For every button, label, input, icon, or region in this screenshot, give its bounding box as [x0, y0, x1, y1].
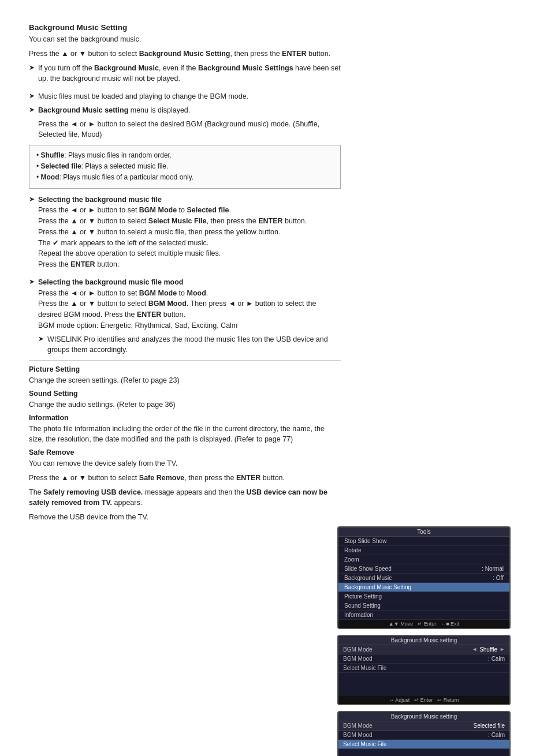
- bgm-selecting-text: Selecting the background music file Pres…: [38, 194, 307, 270]
- bgm-mode-instruction: Press the ◄ or ► button to select the de…: [38, 119, 341, 141]
- bgm-shuffle-left-arrow: ◄: [472, 646, 477, 652]
- picture-setting-title: Picture Setting: [29, 365, 341, 373]
- tools-item-bgm-setting-label: Background Music Setting: [344, 584, 411, 590]
- sound-setting-section: Sound Setting Change the audio settings.…: [29, 390, 341, 410]
- tools-item-zoom: Zoom: [338, 555, 509, 564]
- bgm-section-title: Background Music Setting: [29, 23, 341, 32]
- tools-panel-title: Tools: [338, 527, 509, 537]
- arrow-sym-3: ➤: [29, 106, 35, 114]
- tools-item-info-label: Information: [344, 612, 373, 618]
- bgm-note2-item: ➤ Music files must be loaded and playing…: [29, 91, 341, 102]
- bgm-selecting-section: ➤ Selecting the background music file Pr…: [29, 194, 341, 270]
- bgm-selected-mood-label: BGM Mood: [343, 732, 373, 738]
- bgm-mood-text: Selecting the background music file mood…: [38, 277, 341, 331]
- tools-item-bgm-setting: Background Music Setting: [338, 583, 509, 592]
- bgm-selected-panel: Background Music setting BGM Mode Select…: [337, 711, 511, 756]
- arrow-sym-1: ➤: [29, 63, 35, 72]
- bgm-shuffle-mode-label: BGM Mode: [343, 646, 373, 653]
- bgm-shuffle-footer-enter: ↵ Enter: [414, 697, 433, 703]
- bgm-section: Background Music Setting You can set the…: [29, 23, 341, 84]
- bgm-shuffle-mode-value: ◄ Shuffle ►: [472, 646, 505, 653]
- safe-remove-title: Safe Remove: [29, 448, 341, 456]
- tools-item-rotate: Rotate: [338, 546, 509, 555]
- information-desc: The photo file information including the…: [29, 424, 341, 446]
- bgm-intro: You can set the background music.: [29, 34, 341, 45]
- arrow-sym-2: ➤: [29, 92, 35, 100]
- bgm-wiselink-text: WISELINK Pro identifies and analyzes the…: [47, 334, 341, 356]
- tools-item-sound: Sound Setting: [338, 601, 509, 611]
- bgm-shuffle-mood-value: : Calm: [488, 656, 505, 662]
- bgm-shuffle-mood-row: BGM Mood : Calm: [338, 654, 509, 664]
- tools-footer-enter: ↵ Enter: [418, 621, 436, 627]
- bgm-selected-title: Background Music setting: [338, 712, 509, 721]
- information-title: Information: [29, 414, 341, 422]
- tools-footer-move: ▲▼ Move: [389, 621, 413, 627]
- divider-1: [29, 360, 341, 361]
- tools-item-stop: Stop Slide Show: [338, 537, 509, 546]
- left-column: Background Music Setting You can set the…: [29, 23, 352, 526]
- bgm-shuffle-mode-row: BGM Mode ◄ Shuffle ►: [338, 645, 509, 654]
- information-section: Information The photo file information i…: [29, 414, 341, 446]
- arrow-sym-5: ➤: [29, 278, 35, 286]
- bgm-shuffle-right-arrow: ►: [500, 646, 505, 652]
- bgm-selected-mood-value: : Calm: [488, 732, 505, 738]
- picture-setting-desc: Change the screen settings. (Refer to pa…: [29, 375, 341, 386]
- tools-item-picture-label: Picture Setting: [344, 593, 382, 600]
- tools-item-stop-label: Stop Slide Show: [344, 538, 386, 544]
- bgm-mood-section: ➤ Selecting the background music file mo…: [29, 277, 341, 355]
- bgm-note1-text: If you turn off the Background Music, ev…: [38, 63, 341, 85]
- picture-setting-section: Picture Setting Change the screen settin…: [29, 365, 341, 386]
- safe-remove-desc3: The Safely removing USB device. message …: [29, 487, 341, 509]
- page-container: Background Music Setting You can set the…: [0, 0, 551, 756]
- tools-item-speed-value: : Normal: [482, 566, 504, 572]
- tools-item-bgm-label: Background Music: [344, 575, 392, 581]
- bgm-selected-mode-value: Selected file: [474, 723, 505, 729]
- bgm-shuffle-mode-text: Shuffle: [479, 646, 497, 653]
- bgm-selected-mood-row: BGM Mood : Calm: [338, 731, 509, 740]
- bgm-shuffle-footer-adjust: ↔ Adjust: [389, 697, 409, 703]
- bullet-shuffle: • Shuffle: Plays music files in random o…: [36, 150, 333, 161]
- bullet-mood: • Mood: Plays music files of a particula…: [36, 172, 333, 183]
- bgm-shuffle-footer: ↔ Adjust ↵ Enter ↩ Return: [338, 696, 509, 704]
- tools-item-zoom-label: Zoom: [344, 556, 359, 563]
- bgm-shuffle-content: [338, 673, 509, 696]
- bgm-mood-item: ➤ Selecting the background music file mo…: [29, 277, 341, 331]
- bgm-selected-content: [338, 749, 509, 756]
- arrow-sym-4: ➤: [29, 195, 35, 203]
- tools-item-rotate-label: Rotate: [344, 547, 361, 553]
- tools-item-bgm-value: : Off: [493, 575, 504, 581]
- tools-footer: ▲▼ Move ↵ Enter ←■ Exit: [338, 620, 509, 628]
- tools-item-picture: Picture Setting: [338, 592, 509, 601]
- right-column: Tools Stop Slide Show Rotate Zoom Slide …: [337, 526, 522, 756]
- arrow-sym-6: ➤: [38, 335, 44, 343]
- bgm-press-instruction: Press the ▲ or ▼ button to select Backgr…: [29, 48, 341, 59]
- bgm-selected-mode-label: BGM Mode: [343, 723, 373, 729]
- sound-setting-title: Sound Setting: [29, 390, 341, 398]
- bgm-selected-mode-row: BGM Mode Selected file: [338, 721, 509, 731]
- bgm-shuffle-footer-return: ↩ Return: [437, 697, 459, 703]
- bgm-section2: ➤ Music files must be loaded and playing…: [29, 91, 341, 189]
- sound-setting-desc: Change the audio settings. (Refer to pag…: [29, 399, 341, 410]
- bgm-selected-select-label: Select Music File: [343, 741, 387, 747]
- bullet-selected: • Selected file: Plays a selected music …: [36, 161, 333, 172]
- tools-footer-exit: ←■ Exit: [441, 621, 459, 627]
- bgm-note2-text: Music files must be loaded and playing t…: [38, 91, 248, 102]
- bgm-selected-select-row: Select Music File: [338, 740, 509, 749]
- tools-item-speed: Slide Show Speed: Normal: [338, 564, 509, 574]
- bgm-shuffle-title: Background Music setting: [338, 636, 509, 645]
- bgm-note1-item: ➤ If you turn off the Background Music, …: [29, 63, 341, 85]
- bgm-shuffle-mood-label: BGM Mood: [343, 656, 373, 662]
- tools-items-list: Stop Slide Show Rotate Zoom Slide Show S…: [338, 537, 509, 620]
- bgm-selecting-item: ➤ Selecting the background music file Pr…: [29, 194, 341, 270]
- tools-item-speed-label: Slide Show Speed: [344, 566, 392, 572]
- bgm-bullet-box: • Shuffle: Plays music files in random o…: [29, 145, 341, 189]
- bgm-shuffle-panel: Background Music setting BGM Mode ◄ Shuf…: [337, 635, 511, 705]
- tools-item-bgm: Background Music: Off: [338, 574, 509, 583]
- tools-panel: Tools Stop Slide Show Rotate Zoom Slide …: [337, 526, 511, 629]
- safe-remove-desc1: You can remove the device safely from th…: [29, 458, 341, 469]
- safe-remove-desc4: Remove the USB device from the TV.: [29, 512, 341, 523]
- bgm-shuffle-select-label: Select Music File: [343, 665, 387, 671]
- bgm-note3-item: ➤ Background Music setting menu is displ…: [29, 105, 341, 116]
- bgm-note3-text: Background Music setting menu is display…: [38, 105, 190, 116]
- tools-item-sound-label: Sound Setting: [344, 602, 381, 609]
